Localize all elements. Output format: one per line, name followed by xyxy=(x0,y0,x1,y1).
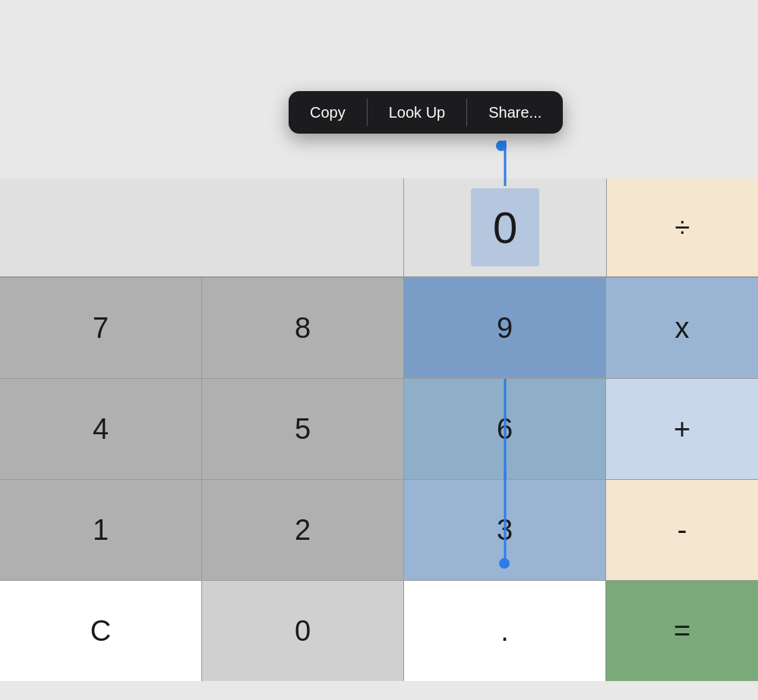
key-5[interactable]: 5 xyxy=(202,379,404,479)
key-4-label: 4 xyxy=(93,413,109,446)
calc-row-123: 1 2 3 - xyxy=(0,479,758,580)
context-menu: Copy Look Up Share... xyxy=(289,91,563,134)
copy-menu-item[interactable]: Copy xyxy=(289,91,367,134)
key-7-label: 7 xyxy=(93,312,109,345)
key-subtract[interactable]: - xyxy=(606,480,758,580)
key-0[interactable]: 0 xyxy=(202,581,404,681)
key-0-label: 0 xyxy=(295,615,311,648)
key-equals-label: = xyxy=(674,615,690,648)
cursor-line-top xyxy=(504,140,507,186)
display-value: 0 xyxy=(493,202,517,253)
key-1-label: 1 xyxy=(93,514,109,547)
cursor-line-mid xyxy=(504,379,506,479)
calc-row-789: 7 8 9 x xyxy=(0,277,758,378)
key-add[interactable]: + xyxy=(606,379,758,479)
key-subtract-label: - xyxy=(677,514,687,547)
key-9[interactable]: 9 xyxy=(404,278,606,378)
key-add-label: + xyxy=(674,413,690,446)
key-7[interactable]: 7 xyxy=(0,278,202,378)
key-clear-label: C xyxy=(90,615,111,648)
calc-row-456: 4 5 6 + xyxy=(0,378,758,479)
display-number-wrapper: 0 xyxy=(403,178,606,276)
key-2[interactable]: 2 xyxy=(202,480,404,580)
key-multiply[interactable]: x xyxy=(606,278,758,378)
key-equals[interactable]: = xyxy=(606,581,758,681)
share-label: Share... xyxy=(488,104,542,121)
copy-label: Copy xyxy=(310,104,346,121)
divide-operator: ÷ xyxy=(675,212,690,244)
key-clear[interactable]: C xyxy=(0,581,202,681)
key-9-label: 9 xyxy=(497,312,513,345)
key-1[interactable]: 1 xyxy=(0,480,202,580)
calc-row-bottom: C 0 . = xyxy=(0,580,758,681)
cursor-line-lower xyxy=(504,471,506,563)
display-cell: 0 xyxy=(0,178,606,276)
key-3[interactable]: 3 xyxy=(404,480,606,580)
key-2-label: 2 xyxy=(295,514,311,547)
display-row: 0 ÷ xyxy=(0,178,758,277)
calculator-grid: 7 8 9 x 4 5 6 + 1 2 xyxy=(0,277,758,681)
display-operator[interactable]: ÷ xyxy=(606,178,758,276)
key-5-label: 5 xyxy=(295,413,311,446)
key-8[interactable]: 8 xyxy=(202,278,404,378)
key-8-label: 8 xyxy=(295,312,311,345)
cursor-dot-bottom xyxy=(499,558,510,569)
lookup-label: Look Up xyxy=(389,104,446,121)
lookup-menu-item[interactable]: Look Up xyxy=(368,91,467,134)
key-4[interactable]: 4 xyxy=(0,379,202,479)
key-6[interactable]: 6 xyxy=(404,379,606,479)
key-multiply-label: x xyxy=(675,312,690,345)
key-decimal[interactable]: . xyxy=(404,581,606,681)
share-menu-item[interactable]: Share... xyxy=(467,91,563,134)
key-decimal-label: . xyxy=(501,615,509,648)
